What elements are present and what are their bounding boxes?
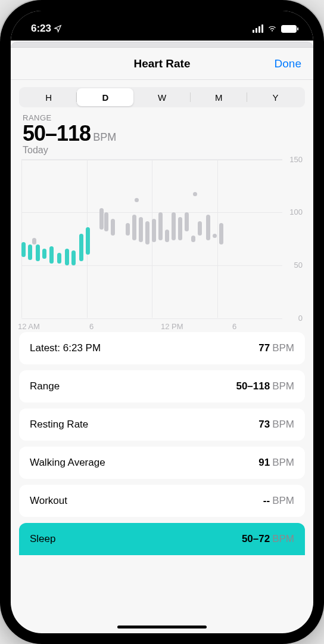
heart-rate-chart[interactable]: 050100150 12 AM612 PM6 bbox=[19, 159, 305, 332]
x-axis-tick: 6 bbox=[232, 322, 236, 331]
phone-frame: 6:23 Heart Rate Done HDWMY RANGE 50–118B… bbox=[0, 0, 324, 644]
chart-bar bbox=[32, 238, 36, 244]
chart-outlier-dot bbox=[193, 192, 197, 196]
chart-bar bbox=[99, 208, 104, 229]
notch bbox=[99, 11, 225, 29]
chart-bar bbox=[65, 249, 69, 265]
y-axis-tick: 100 bbox=[289, 208, 303, 216]
summary-card[interactable]: Range50–118BPM bbox=[19, 370, 305, 402]
chart-bar bbox=[104, 212, 108, 231]
segment-y[interactable]: Y bbox=[247, 88, 304, 106]
chart-bar bbox=[191, 236, 195, 242]
chart-bar bbox=[152, 219, 156, 242]
card-unit: BPM bbox=[272, 380, 294, 392]
card-unit: BPM bbox=[272, 342, 294, 354]
summary-card[interactable]: Resting Rate73BPM bbox=[19, 408, 305, 441]
y-axis-tick: 0 bbox=[298, 313, 303, 322]
chart-bar bbox=[57, 253, 61, 264]
segment-w[interactable]: W bbox=[133, 88, 190, 106]
range-unit: BPM bbox=[93, 131, 116, 143]
battery-icon bbox=[281, 25, 297, 33]
x-axis-tick: 6 bbox=[89, 322, 94, 331]
chart-bar bbox=[145, 221, 149, 244]
cellular-signal-icon bbox=[253, 24, 263, 33]
card-value: 91 bbox=[258, 457, 270, 468]
chart-bar bbox=[206, 215, 210, 240]
card-label: Latest: 6:23 PM bbox=[30, 342, 101, 354]
chart-bar bbox=[213, 234, 217, 238]
card-unit: BPM bbox=[272, 495, 294, 506]
location-arrow-icon bbox=[54, 24, 62, 33]
chart-bar bbox=[111, 219, 115, 236]
y-axis-tick: 50 bbox=[294, 261, 303, 270]
x-axis-tick: 12 AM bbox=[18, 322, 40, 331]
chart-bar bbox=[42, 249, 46, 259]
summary-card[interactable]: Workout--BPM bbox=[19, 485, 305, 517]
summary-card[interactable]: Walking Average91BPM bbox=[19, 447, 305, 479]
chart-bar bbox=[132, 215, 136, 240]
card-value: 73 bbox=[258, 419, 270, 430]
timeframe-segmented-control[interactable]: HDWMY bbox=[19, 87, 305, 107]
chart-bar bbox=[71, 250, 76, 265]
chart-bar bbox=[21, 242, 26, 257]
chart-bar bbox=[49, 246, 54, 263]
chart-bar bbox=[158, 212, 163, 240]
chart-bar bbox=[219, 223, 223, 244]
summary-cards: Latest: 6:23 PM77BPMRange50–118BPMRestin… bbox=[19, 332, 305, 517]
done-button[interactable]: Done bbox=[275, 57, 301, 70]
sleep-card-unit: BPM bbox=[272, 533, 294, 544]
nav-bar: Heart Rate Done bbox=[11, 48, 313, 80]
range-value: 50–118 bbox=[23, 121, 91, 145]
status-time: 6:23 bbox=[31, 23, 51, 35]
wifi-icon bbox=[267, 24, 278, 33]
card-unit: BPM bbox=[272, 457, 294, 468]
segment-d[interactable]: D bbox=[77, 88, 133, 106]
segment-h[interactable]: H bbox=[20, 88, 77, 106]
x-axis-tick: 12 PM bbox=[161, 322, 183, 331]
home-indicator[interactable] bbox=[117, 626, 207, 628]
modal-grip[interactable] bbox=[11, 42, 313, 48]
chart-bar bbox=[139, 217, 143, 243]
chart-bar bbox=[185, 212, 189, 231]
sleep-card[interactable]: Sleep 50–72BPM bbox=[19, 523, 305, 555]
chart-outlier-dot bbox=[135, 198, 139, 202]
card-label: Range bbox=[30, 380, 60, 392]
range-period: Today bbox=[23, 145, 301, 156]
chart-bar bbox=[36, 244, 40, 261]
sleep-card-value: 50–72 bbox=[242, 533, 270, 544]
segment-m[interactable]: M bbox=[191, 88, 247, 106]
card-value: -- bbox=[263, 495, 270, 506]
card-label: Resting Rate bbox=[30, 419, 88, 431]
sleep-card-label: Sleep bbox=[30, 533, 55, 545]
chart-bar bbox=[28, 244, 32, 261]
chart-bar bbox=[165, 230, 169, 242]
page-title: Heart Rate bbox=[133, 57, 190, 70]
card-label: Walking Average bbox=[30, 457, 105, 469]
card-value: 77 bbox=[258, 342, 270, 354]
chart-bar bbox=[86, 227, 90, 255]
chart-bar bbox=[126, 223, 130, 236]
chart-bar bbox=[79, 234, 83, 261]
y-axis-tick: 150 bbox=[289, 154, 303, 163]
card-unit: BPM bbox=[272, 419, 294, 430]
card-value: 50–118 bbox=[236, 380, 270, 392]
card-label: Workout bbox=[30, 495, 67, 507]
chart-bar bbox=[198, 221, 202, 236]
screen: 6:23 Heart Rate Done HDWMY RANGE 50–118B… bbox=[11, 11, 313, 633]
summary-card[interactable]: Latest: 6:23 PM77BPM bbox=[19, 332, 305, 364]
chart-bar bbox=[172, 212, 176, 240]
chart-bar bbox=[178, 217, 182, 240]
